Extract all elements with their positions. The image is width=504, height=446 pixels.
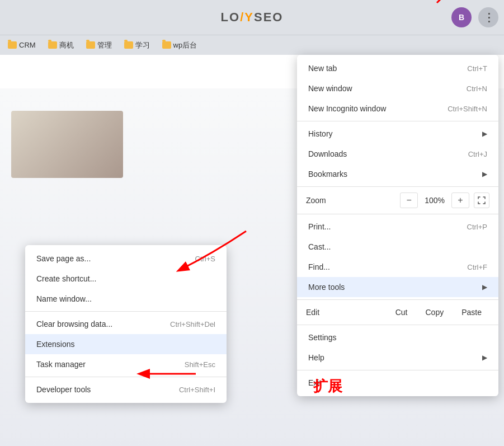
menu-new-window[interactable]: New window Ctrl+N xyxy=(297,78,498,98)
menu-settings[interactable]: Settings xyxy=(297,327,498,348)
submenu-name-window[interactable]: Name window... xyxy=(25,289,227,309)
zoom-row: Zoom − 100% + xyxy=(297,189,498,212)
divider-2 xyxy=(297,186,498,187)
fullscreen-icon xyxy=(478,196,486,204)
menu-help-label: Help xyxy=(308,353,477,362)
menu-downloads-shortcut: Ctrl+J xyxy=(468,150,487,158)
edit-row: Edit Cut Copy Paste xyxy=(297,302,498,322)
menu-new-tab-shortcut: Ctrl+T xyxy=(467,64,487,73)
submenu-dev-tools[interactable]: Developer tools Ctrl+Shift+I xyxy=(25,379,227,400)
submenu-task-manager[interactable]: Task manager Shift+Esc xyxy=(25,354,227,374)
submenu-save-page-shortcut: Ctrl+S xyxy=(195,255,215,263)
menu-new-incognito-shortcut: Ctrl+Shift+N xyxy=(448,105,487,113)
zoom-plus-button[interactable]: + xyxy=(451,193,469,208)
submenu-dev-tools-label: Developer tools xyxy=(36,385,168,394)
bookmark-wp[interactable]: wp后台 xyxy=(159,39,201,51)
menu-bookmarks-label: Bookmarks xyxy=(308,170,477,179)
menu-downloads[interactable]: Downloads Ctrl+J xyxy=(297,144,498,164)
bookmark-crm-label: CRM xyxy=(19,41,36,49)
menu-help[interactable]: Help ▶ xyxy=(297,348,498,368)
bookmark-shangji[interactable]: 商机 xyxy=(45,39,77,51)
bookmark-xuexi[interactable]: 学习 xyxy=(121,39,153,51)
menu-history[interactable]: History ▶ xyxy=(297,124,498,144)
folder-icon-guanli xyxy=(86,41,95,49)
menu-new-window-shortcut: Ctrl+N xyxy=(467,84,487,93)
menu-settings-label: Settings xyxy=(308,333,487,342)
submenu-clear-browsing-label: Clear browsing data... xyxy=(36,320,159,328)
menu-help-arrow: ▶ xyxy=(482,354,487,362)
folder-icon-crm xyxy=(8,41,17,49)
logo-slash: / xyxy=(240,10,244,24)
menu-bookmarks[interactable]: Bookmarks ▶ xyxy=(297,164,498,184)
menu-new-tab-label: New tab xyxy=(308,64,456,73)
submenu-extensions[interactable]: Extensions xyxy=(25,334,227,354)
divider-5 xyxy=(297,325,498,325)
divider-6 xyxy=(297,370,498,370)
submenu-task-manager-shortcut: Shift+Esc xyxy=(185,360,215,369)
bookmark-wp-label: wp后台 xyxy=(173,40,197,50)
menu-history-arrow: ▶ xyxy=(482,130,487,138)
menu-more-tools-arrow: ▶ xyxy=(482,283,487,291)
logo-seo: SEO xyxy=(254,10,283,24)
logo-area: LO/YSEO xyxy=(221,10,284,25)
extension-annotation: 扩展 xyxy=(313,377,342,396)
menu-find-label: Find... xyxy=(308,262,456,271)
divider-4 xyxy=(297,299,498,300)
chrome-main-menu: New tab Ctrl+T New window Ctrl+N New Inc… xyxy=(297,55,498,396)
logo-y: Y xyxy=(244,10,254,24)
page-image xyxy=(11,111,123,178)
user-avatar[interactable]: B xyxy=(451,7,472,27)
bookmark-crm[interactable]: CRM xyxy=(4,40,39,50)
menu-history-label: History xyxy=(308,129,477,138)
submenu-clear-browsing[interactable]: Clear browsing data... Ctrl+Shift+Del xyxy=(25,314,227,334)
browser-bar: LO/YSEO B ⋮ xyxy=(0,0,504,35)
zoom-fullscreen-button[interactable] xyxy=(474,193,489,208)
divider-3 xyxy=(297,214,498,214)
submenu-divider-1 xyxy=(25,311,227,312)
submenu-divider-2 xyxy=(25,377,227,377)
more-tools-submenu: Save page as... Ctrl+S Create shortcut..… xyxy=(25,245,227,403)
bookmark-guanli[interactable]: 管理 xyxy=(83,39,115,51)
menu-new-incognito-label: New Incognito window xyxy=(308,104,436,113)
zoom-value: 100% xyxy=(418,196,451,205)
folder-icon-shangji xyxy=(48,41,57,49)
submenu-name-window-label: Name window... xyxy=(36,294,215,303)
submenu-task-manager-label: Task manager xyxy=(36,360,173,369)
copy-button[interactable]: Copy xyxy=(418,306,452,319)
folder-icon-wp xyxy=(162,41,171,49)
menu-print-label: Print... xyxy=(308,222,456,231)
menu-downloads-label: Downloads xyxy=(308,149,457,158)
menu-find[interactable]: Find... Ctrl+F xyxy=(297,257,498,277)
edit-label: Edit xyxy=(306,308,385,317)
menu-new-incognito[interactable]: New Incognito window Ctrl+Shift+N xyxy=(297,98,498,119)
submenu-save-page[interactable]: Save page as... Ctrl+S xyxy=(25,248,227,269)
bookmark-guanli-label: 管理 xyxy=(97,40,112,50)
menu-find-shortcut: Ctrl+F xyxy=(467,263,487,271)
bookmark-shangji-label: 商机 xyxy=(59,40,74,50)
chrome-menu-button[interactable]: ⋮ xyxy=(478,7,498,27)
submenu-save-page-label: Save page as... xyxy=(36,254,184,263)
menu-new-window-label: New window xyxy=(308,84,455,93)
logo-lo: LO xyxy=(221,10,241,24)
zoom-minus-button[interactable]: − xyxy=(400,193,418,208)
submenu-create-shortcut-label: Create shortcut... xyxy=(36,274,215,283)
menu-cast-label: Cast... xyxy=(308,242,487,251)
menu-more-tools-label: More tools xyxy=(308,283,477,292)
cut-button[interactable]: Cut xyxy=(388,306,416,319)
bookmarks-bar: CRM 商机 管理 学习 wp后台 xyxy=(0,35,504,55)
zoom-label: Zoom xyxy=(306,196,400,205)
menu-cast[interactable]: Cast... xyxy=(297,237,498,257)
folder-icon-xuexi xyxy=(124,41,133,49)
submenu-extensions-label: Extensions xyxy=(36,340,215,349)
submenu-dev-tools-shortcut: Ctrl+Shift+I xyxy=(179,386,215,394)
page-content: New tab Ctrl+T New window Ctrl+N New Inc… xyxy=(0,55,504,446)
menu-more-tools[interactable]: More tools ▶ xyxy=(297,277,498,297)
submenu-create-shortcut[interactable]: Create shortcut... xyxy=(25,269,227,289)
menu-new-tab[interactable]: New tab Ctrl+T xyxy=(297,58,498,78)
divider-1 xyxy=(297,121,498,121)
menu-bookmarks-arrow: ▶ xyxy=(482,170,487,178)
menu-print[interactable]: Print... Ctrl+P xyxy=(297,217,498,237)
bookmark-xuexi-label: 学习 xyxy=(135,40,150,50)
paste-button[interactable]: Paste xyxy=(454,306,489,319)
submenu-clear-browsing-shortcut: Ctrl+Shift+Del xyxy=(170,320,215,328)
